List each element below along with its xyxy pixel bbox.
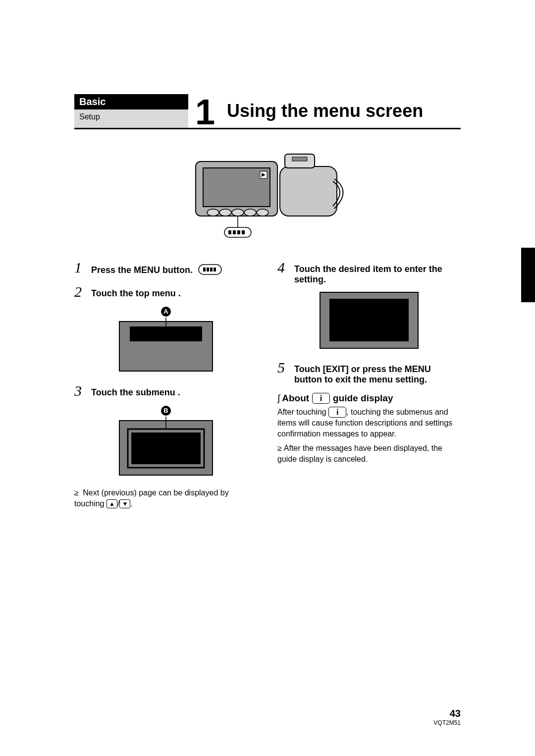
svg-rect-16 — [237, 230, 240, 234]
step-4: 4 Touch the desired item to enter the se… — [277, 260, 461, 285]
step-5-number: 5 — [277, 360, 294, 375]
step-3-text: Touch the submenu . — [91, 383, 258, 398]
svg-rect-2 — [292, 157, 307, 161]
chapter-number: 1 — [188, 94, 224, 130]
doc-code: VQT2M51 — [433, 719, 461, 726]
step-5: 5 Touch [EXIT] or press the MENU button … — [277, 360, 461, 385]
camera-illustration — [74, 144, 461, 245]
info-icon: i — [312, 393, 330, 404]
chapter-header: Basic Setup 1 Using the menu screen — [74, 94, 461, 129]
svg-point-8 — [219, 209, 231, 216]
screen-4-figure — [277, 292, 461, 351]
step-2-text: Touch the top menu . — [91, 284, 258, 299]
step-1-text: Press the MENU button. — [91, 260, 258, 277]
screen-a-icon — [119, 318, 213, 372]
step-4-number: 4 — [277, 260, 294, 275]
page-title: Using the menu screen — [224, 101, 423, 121]
step-3-number: 3 — [74, 383, 91, 398]
guide-note: After the messages have been displayed, … — [277, 443, 461, 464]
svg-rect-29 — [131, 432, 201, 464]
callout-a-label: A — [161, 307, 171, 317]
svg-rect-20 — [207, 268, 209, 271]
subcategory-block: Setup — [74, 109, 188, 128]
info-icon-inline: i — [328, 407, 346, 418]
svg-point-9 — [232, 209, 244, 216]
step-1-number: 1 — [74, 260, 91, 275]
guide-heading-prefix: About — [277, 393, 309, 404]
down-arrow-icon: ▼ — [119, 499, 130, 508]
svg-rect-0 — [280, 166, 337, 216]
step-3-note: Next (previous) page can be displayed by… — [74, 487, 258, 509]
svg-point-7 — [207, 209, 219, 216]
left-column: 1 Press the MENU button. 2 Touch the top… — [74, 260, 258, 509]
step-2: 2 Touch the top menu . — [74, 284, 258, 299]
svg-rect-15 — [233, 230, 236, 234]
right-column: 4 Touch the desired item to enter the se… — [277, 260, 461, 509]
callout-b-label: B — [161, 406, 171, 416]
category-bar: Basic — [74, 94, 188, 109]
step-1: 1 Press the MENU button. — [74, 260, 258, 277]
page-content: Basic Setup 1 Using the menu screen — [0, 0, 535, 509]
svg-rect-22 — [214, 268, 216, 271]
up-arrow-icon: ▲ — [107, 499, 117, 508]
page-number: 43 — [433, 708, 461, 719]
svg-rect-14 — [228, 230, 231, 234]
step-4-text: Touch the desired item to enter the sett… — [294, 260, 461, 285]
svg-rect-19 — [203, 268, 206, 271]
two-column-layout: 1 Press the MENU button. 2 Touch the top… — [74, 260, 461, 509]
camcorder-icon — [186, 144, 349, 243]
svg-rect-25 — [130, 326, 202, 341]
step-3: 3 Touch the submenu . — [74, 383, 258, 398]
svg-rect-17 — [242, 230, 245, 234]
svg-rect-31 — [329, 299, 409, 341]
subcategory-label: Setup — [79, 112, 100, 121]
callout-a-figure: A — [74, 306, 258, 375]
header-left-block: Basic Setup — [74, 94, 188, 128]
callout-b-figure: B — [74, 405, 258, 479]
guide-heading-suffix: guide display — [333, 393, 393, 404]
screen-4-icon — [320, 292, 419, 349]
step-2-number: 2 — [74, 284, 91, 299]
guide-body: After touching i, touching the submenus … — [277, 407, 461, 439]
menu-button-icon — [198, 264, 222, 277]
svg-point-10 — [244, 209, 256, 216]
screen-b-icon — [119, 417, 213, 476]
guide-heading: About i guide display — [277, 393, 461, 404]
step-5-text: Touch [EXIT] or press the MENU button to… — [294, 360, 461, 385]
thumb-tab — [521, 248, 535, 302]
svg-point-11 — [257, 209, 268, 216]
page-footer: 43 VQT2M51 — [433, 708, 461, 726]
svg-rect-21 — [210, 268, 213, 271]
